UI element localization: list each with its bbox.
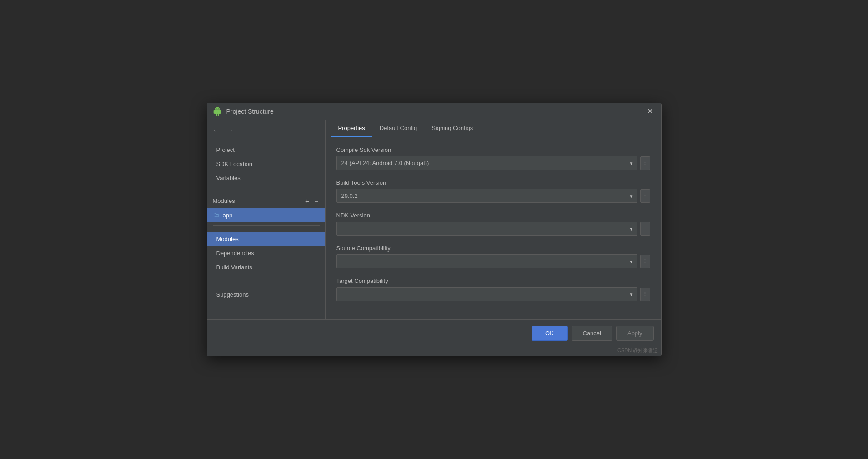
sidebar-item-dependencies[interactable]: Dependencies — [207, 246, 325, 260]
close-button[interactable]: ✕ — [644, 107, 656, 116]
sidebar-item-variables[interactable]: Variables — [207, 171, 325, 185]
separator-3 — [213, 281, 320, 281]
build-tools-select[interactable]: 29.0.2 — [336, 189, 637, 203]
ndk-version-select-wrapper: ▼ — [336, 222, 637, 236]
ndk-version-row: ▼ ⋮ — [336, 222, 650, 236]
tab-signing-configs[interactable]: Signing Configs — [424, 120, 480, 137]
title-bar: Project Structure ✕ — [207, 103, 661, 120]
sidebar: ← → Project SDK Location Variables Modul… — [207, 120, 326, 319]
dialog-content: ← → Project SDK Location Variables Modul… — [207, 120, 661, 319]
modules-header: Modules + − — [207, 195, 325, 206]
build-tools-edit-button[interactable]: ⋮ — [640, 189, 650, 203]
back-button[interactable]: ← — [211, 126, 222, 136]
sidebar-item-sdk-location[interactable]: SDK Location — [207, 157, 325, 171]
source-compat-edit-button[interactable]: ⋮ — [640, 255, 650, 268]
remove-module-button[interactable]: − — [314, 197, 320, 204]
bottom-nav: Modules Dependencies Build Variants — [207, 228, 325, 278]
folder-icon: 🗂 — [213, 212, 219, 219]
ndk-version-group: NDK Version ▼ ⋮ — [336, 212, 650, 236]
dialog-title: Project Structure — [226, 108, 640, 115]
apply-button[interactable]: Apply — [616, 326, 654, 341]
cancel-button[interactable]: Cancel — [572, 326, 612, 341]
sidebar-item-build-variants[interactable]: Build Variants — [207, 260, 325, 274]
project-structure-dialog: Project Structure ✕ ← → Project SDK Loca… — [207, 103, 662, 356]
source-compat-select[interactable] — [336, 254, 637, 268]
separator-1 — [213, 192, 320, 192]
compile-sdk-select-wrapper: 24 (API 24: Android 7.0 (Nougat)) ▼ — [336, 156, 637, 170]
android-icon — [213, 107, 222, 116]
nav-buttons: ← → — [207, 124, 325, 139]
module-list: 🗂 app — [207, 208, 325, 222]
tab-default-config[interactable]: Default Config — [372, 120, 424, 137]
top-nav: Project SDK Location Variables — [207, 139, 325, 189]
target-compat-group: Target Compatibility ▼ ⋮ — [336, 277, 650, 301]
compile-sdk-label: Compile Sdk Version — [336, 146, 650, 153]
compile-sdk-row: 24 (API 24: Android 7.0 (Nougat)) ▼ ⋮ — [336, 156, 650, 170]
footer-buttons: OK Cancel Apply — [207, 320, 661, 346]
tabs-bar: Properties Default Config Signing Config… — [326, 120, 661, 137]
source-compat-group: Source Compatibility ▼ ⋮ — [336, 245, 650, 268]
ndk-version-select[interactable] — [336, 222, 637, 236]
target-compat-select-wrapper: ▼ — [336, 287, 637, 301]
add-module-button[interactable]: + — [304, 197, 310, 204]
target-compat-row: ▼ ⋮ — [336, 287, 650, 301]
source-compat-row: ▼ ⋮ — [336, 254, 650, 268]
modules-title: Modules — [213, 197, 235, 204]
target-compat-edit-button[interactable]: ⋮ — [640, 288, 650, 301]
target-compat-select[interactable] — [336, 287, 637, 301]
main-content: Properties Default Config Signing Config… — [326, 120, 661, 319]
target-compat-label: Target Compatibility — [336, 277, 650, 284]
build-tools-select-wrapper: 29.0.2 ▼ — [336, 189, 637, 203]
modules-actions: + − — [304, 197, 320, 204]
sidebar-item-modules[interactable]: Modules — [207, 232, 325, 246]
separator-2 — [213, 225, 320, 226]
source-compat-select-wrapper: ▼ — [336, 254, 637, 268]
forward-button[interactable]: → — [225, 126, 236, 136]
ndk-version-label: NDK Version — [336, 212, 650, 219]
compile-sdk-edit-button[interactable]: ⋮ — [640, 156, 650, 170]
watermark: CSDN @知来者逆 — [617, 346, 661, 356]
ndk-version-edit-button[interactable]: ⋮ — [640, 222, 650, 236]
build-tools-group: Build Tools Version 29.0.2 ▼ ⋮ — [336, 179, 650, 203]
module-item-app[interactable]: 🗂 app — [207, 208, 325, 222]
compile-sdk-select[interactable]: 24 (API 24: Android 7.0 (Nougat)) — [336, 156, 637, 170]
source-compat-label: Source Compatibility — [336, 245, 650, 252]
sidebar-item-suggestions[interactable]: Suggestions — [207, 288, 325, 302]
sidebar-item-project[interactable]: Project — [207, 143, 325, 157]
build-tools-row: 29.0.2 ▼ ⋮ — [336, 189, 650, 203]
compile-sdk-group: Compile Sdk Version 24 (API 24: Android … — [336, 146, 650, 170]
ok-button[interactable]: OK — [532, 326, 568, 341]
suggestions-nav: Suggestions — [207, 284, 325, 305]
form-area: Compile Sdk Version 24 (API 24: Android … — [326, 137, 661, 319]
module-name: app — [223, 212, 233, 219]
tab-properties[interactable]: Properties — [331, 120, 372, 137]
build-tools-label: Build Tools Version — [336, 179, 650, 186]
